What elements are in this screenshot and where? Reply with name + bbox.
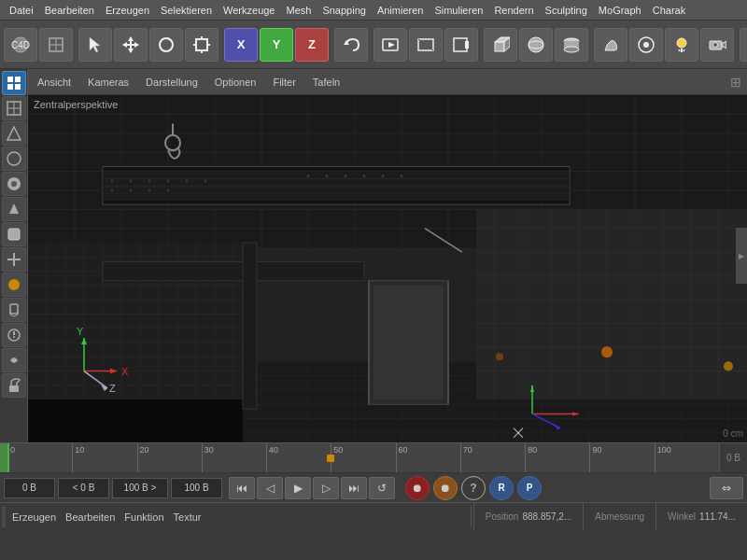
viewport-scroll-btn[interactable]: ▶ <box>736 228 747 284</box>
sidebar-icon-3[interactable] <box>2 121 26 146</box>
svg-rect-163 <box>103 261 364 280</box>
menu-rendern[interactable]: Rendern <box>488 3 539 18</box>
render-view-btn[interactable] <box>374 28 407 62</box>
toolbar-icon-2[interactable] <box>39 28 73 62</box>
menu-selektieren[interactable]: Selektieren <box>155 3 218 18</box>
move-tool-btn[interactable] <box>114 28 148 62</box>
viewport-menu-filter[interactable]: Filter <box>269 75 299 90</box>
autokey-btn[interactable]: ⏺ <box>433 476 458 500</box>
viewport[interactable]: Ansicht Kameras Darstellung Optionen Fil… <box>28 69 747 442</box>
menu-datei[interactable]: Datei <box>4 3 39 18</box>
svg-line-37 <box>679 49 680 51</box>
svg-rect-47 <box>15 84 21 90</box>
svg-text:C4D: C4D <box>11 40 30 50</box>
svg-point-184 <box>148 179 151 182</box>
sidebar-lock-icon[interactable] <box>2 373 26 398</box>
frame-start-input[interactable] <box>4 478 55 498</box>
bottom-menu-funktion[interactable]: Funktion <box>120 510 168 525</box>
record-btn[interactable]: ⏺ <box>405 476 430 500</box>
menu-erzeugen[interactable]: Erzeugen <box>100 3 155 18</box>
help-circ-btn[interactable]: ? <box>461 476 486 500</box>
select-tool-btn[interactable] <box>78 28 112 62</box>
menu-mesh[interactable]: Mesh <box>280 3 317 18</box>
timeline[interactable]: 0 10 20 30 40 50 60 70 80 90 100 0 B <box>0 442 747 472</box>
position-value: 888.857,2... <box>522 511 571 522</box>
menu-sculpting[interactable]: Sculpting <box>540 3 593 18</box>
frame-current-input[interactable] <box>58 478 109 498</box>
menu-simulieren[interactable]: Simulieren <box>429 3 488 18</box>
frame-end-input-2[interactable] <box>171 478 222 498</box>
axis-y-btn[interactable]: Y <box>260 28 293 62</box>
scale-tool-btn[interactable] <box>185 28 218 62</box>
viewport-menu-ansicht[interactable]: Ansicht <box>34 75 75 90</box>
winkel-label: Winkel <box>668 511 696 522</box>
viewport-menu-darstellung[interactable]: Darstellung <box>142 75 202 90</box>
sidebar-icon-4[interactable] <box>2 147 26 171</box>
sidebar-icon-11[interactable] <box>2 323 26 347</box>
step-back-btn[interactable]: ◁ <box>257 477 283 499</box>
render2-circ-btn[interactable]: P <box>517 476 542 500</box>
bottom-menu-bearbeiten[interactable]: Bearbeiten <box>61 510 120 525</box>
render-anim-btn[interactable] <box>444 28 478 62</box>
sidebar-icon-12[interactable] <box>2 348 26 372</box>
menu-werkzeuge[interactable]: Werkzeuge <box>218 3 280 18</box>
svg-point-59 <box>8 279 20 290</box>
camera-btn[interactable] <box>700 28 734 62</box>
bottom-menu-textur[interactable]: Textur <box>169 510 206 525</box>
go-start-btn[interactable]: ⏮ <box>229 477 255 499</box>
render-pic-btn[interactable] <box>409 28 443 62</box>
svg-point-195 <box>363 175 366 177</box>
bottom-menu-erzeugen[interactable]: Erzeugen <box>7 510 61 525</box>
axis-x-btn[interactable]: X <box>224 28 258 62</box>
sidebar-icon-9[interactable] <box>2 273 26 297</box>
axis-z-btn[interactable]: Z <box>295 28 329 62</box>
sidebar-icon-10[interactable] <box>2 298 26 322</box>
frame-end-input-1[interactable] <box>112 478 168 498</box>
viewport-expand-btn[interactable]: ⊞ <box>730 75 741 90</box>
menu-bearbeiten[interactable]: Bearbeiten <box>39 3 100 18</box>
svg-rect-64 <box>9 385 19 392</box>
loop-btn[interactable]: ↺ <box>369 477 395 499</box>
expand-arrows-btn[interactable]: ⇔ <box>710 477 743 499</box>
cube-btn[interactable] <box>484 28 517 62</box>
render-circ-btn[interactable]: R <box>489 476 514 500</box>
svg-rect-24 <box>465 41 469 49</box>
scene-viewport[interactable]: X Y Z <box>28 95 747 442</box>
undo-btn[interactable] <box>334 28 368 62</box>
sidebar-icon-6[interactable] <box>2 197 26 221</box>
viewport-menu-kameras[interactable]: Kameras <box>84 75 133 90</box>
timeline-tick-70: 70 <box>460 443 472 472</box>
svg-point-193 <box>326 175 329 177</box>
toolbar: C4D X Y Z <box>0 21 747 69</box>
svg-marker-20 <box>388 42 395 48</box>
sidebar-icon-2[interactable] <box>2 96 26 120</box>
deformer-btn[interactable] <box>594 28 627 62</box>
sidebar-icon-1[interactable] <box>2 71 26 95</box>
effector-btn[interactable] <box>629 28 663 62</box>
go-end-btn[interactable]: ⏭ <box>341 477 367 499</box>
menu-animieren[interactable]: Animieren <box>372 3 430 18</box>
menu-snapping[interactable]: Snapping <box>317 3 372 18</box>
viewport-menu-optionen[interactable]: Optionen <box>211 75 261 90</box>
playback-extras: ⇔ <box>710 477 743 499</box>
toolbar-icon-1[interactable]: C4D <box>4 28 37 62</box>
viewport-menu-tafeln[interactable]: Tafeln <box>309 75 344 90</box>
sidebar-icon-8[interactable] <box>2 247 26 272</box>
play-btn[interactable]: ▶ <box>285 477 311 499</box>
magnet-btn[interactable] <box>740 28 747 62</box>
sphere-btn[interactable] <box>519 28 553 62</box>
coord-abmessung-section: Abmessung <box>583 503 655 530</box>
light-btn[interactable] <box>665 28 698 62</box>
svg-point-63 <box>13 336 15 338</box>
rotate-tool-btn[interactable] <box>149 28 183 62</box>
cylinder-btn[interactable] <box>555 28 588 62</box>
sidebar-icon-5[interactable] <box>2 172 26 196</box>
sidebar-icon-7[interactable] <box>2 222 26 246</box>
timeline-ruler[interactable]: 0 10 20 30 40 50 60 70 80 90 100 <box>7 443 719 472</box>
keyframe-marker[interactable] <box>327 455 334 462</box>
step-fwd-btn[interactable]: ▷ <box>313 477 339 499</box>
timeline-playhead[interactable] <box>7 443 9 472</box>
menu-charak[interactable]: Charak <box>647 3 691 18</box>
playback-bar: ⏮ ◁ ▶ ▷ ⏭ ↺ ⏺ ⏺ ? R P ⇔ <box>0 472 747 502</box>
menu-mograph[interactable]: MoGraph <box>593 3 647 18</box>
